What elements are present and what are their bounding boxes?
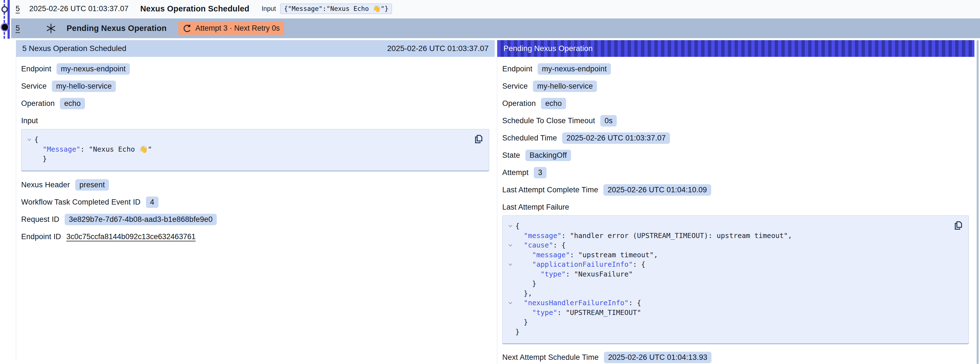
event-title: Nexus Operation Scheduled	[140, 4, 249, 13]
code-line: {	[505, 221, 963, 231]
pending-asterisk-icon	[46, 23, 56, 34]
field-value-chip: 2025-02-26 UTC 01:04:13.93	[604, 352, 711, 363]
code-line: {	[24, 135, 483, 145]
field-scheduled-time: Scheduled Time2025-02-26 UTC 01:03:37.07	[502, 132, 969, 144]
collapse-chevron-icon[interactable]	[505, 298, 515, 308]
code-text: "Message": "Nexus Echo 👋"	[34, 145, 152, 155]
field-service: Servicemy-hello-service	[21, 80, 489, 92]
field-label: Last Attempt Complete Time	[502, 186, 598, 194]
panel-header: 5 Nexus Operation Scheduled 2025-02-26 U…	[16, 40, 495, 57]
field-value-chip: echo	[60, 98, 85, 109]
field-nexus-header: Nexus Headerpresent	[21, 179, 489, 191]
code-line: "type": "UPSTREAM_TIMEOUT"	[505, 308, 963, 318]
code-text: }	[34, 154, 47, 164]
field-label: State	[502, 151, 520, 160]
field-value-chip: my-nexus-endpoint	[57, 63, 130, 75]
field-value-link[interactable]: 3c0c75ccfa8144b092c13ce632463761	[66, 232, 196, 241]
field-label: Request ID	[21, 215, 59, 224]
input-json-block: { "Message": "Nexus Echo 👋" }	[21, 129, 489, 171]
timeline-dashed-line	[4, 0, 5, 39]
event-id-link[interactable]: 5	[16, 5, 20, 13]
field-endpoint-id: Endpoint ID3c0c75ccfa8144b092c13ce632463…	[21, 231, 489, 243]
collapse-chevron-icon[interactable]	[505, 221, 515, 231]
code-line: "applicationFailureInfo": {	[505, 260, 963, 270]
field-value-chip: present	[75, 179, 109, 191]
code-text: "message": "upstream timeout",	[515, 250, 658, 260]
timeline-open-circle-icon	[2, 6, 8, 13]
code-gutter	[24, 145, 34, 155]
copy-button[interactable]	[473, 133, 484, 145]
vertical-scrollbar[interactable]	[977, 40, 978, 364]
field-label: Schedule To Close Timeout	[502, 117, 595, 125]
event-row-nexus-operation-scheduled[interactable]: 5 2025-02-26 UTC 01:03:37.07 Nexus Opera…	[11, 0, 980, 17]
code-text: {	[515, 221, 520, 231]
code-line: "nexusHandlerFailureInfo": {	[505, 298, 963, 308]
code-text: }	[515, 318, 528, 327]
collapse-chevron-icon[interactable]	[24, 135, 34, 145]
fields-bottom: Nexus HeaderpresentWorkflow Task Complet…	[21, 179, 489, 243]
failure-section-label: Last Attempt Failure	[502, 203, 969, 212]
event-row-pending-nexus-operation[interactable]: 5 Pending Nexus Operation Attempt 3 · Ne…	[11, 18, 980, 38]
field-value-chip: 4	[146, 196, 159, 208]
field-label: Endpoint ID	[21, 232, 61, 241]
code-text: "nexusHandlerFailureInfo": {	[515, 298, 641, 308]
field-label: Nexus Header	[21, 180, 70, 189]
field-label: Workflow Task Completed Event ID	[21, 198, 141, 206]
field-value-chip: 3e829b7e-7d67-4b08-aad3-b1e868bfe9e0	[65, 214, 217, 225]
panel-nexus-operation-scheduled: 5 Nexus Operation Scheduled 2025-02-26 U…	[16, 40, 495, 361]
field-request-id: Request ID3e829b7e-7d67-4b08-aad3-b1e868…	[21, 214, 489, 225]
code-line: }	[505, 327, 963, 337]
code-line: "Message": "Nexus Echo 👋"	[24, 145, 483, 155]
code-line: }	[505, 279, 963, 289]
code-gutter	[505, 318, 515, 327]
field-value-chip: BackingOff	[525, 150, 571, 161]
field-label: Scheduled Time	[502, 134, 557, 142]
code-text: "cause": {	[515, 241, 566, 250]
code-line: "message": "upstream timeout",	[505, 250, 963, 260]
collapse-chevron-icon[interactable]	[505, 260, 515, 270]
field-attempt: Attempt3	[502, 167, 969, 178]
field-label: Attempt	[502, 168, 528, 177]
code-line: "type": "NexusFailure"	[505, 270, 963, 279]
field-value-chip: 3	[534, 167, 546, 178]
field-value-chip: 0s	[600, 115, 617, 126]
field-value-chip: 2025-02-26 UTC 01:03:37.07	[562, 133, 670, 144]
event-title: Pending Nexus Operation	[67, 24, 167, 33]
code-text: "type": "UPSTREAM_TIMEOUT"	[515, 308, 641, 318]
code-text: {	[34, 135, 38, 145]
input-preview-chip[interactable]: {"Message":"Nexus Echo 👋"}	[280, 4, 392, 14]
panel-header-striped: Pending Nexus Operation	[497, 40, 974, 57]
code-text: }	[515, 279, 536, 289]
code-gutter	[505, 279, 515, 289]
code-line: }	[505, 318, 963, 327]
collapse-chevron-icon[interactable]	[505, 241, 515, 250]
field-service: Servicemy-hello-service	[502, 80, 969, 92]
code-line: "cause": {	[505, 241, 963, 250]
code-gutter	[505, 308, 515, 318]
copy-icon	[473, 134, 484, 145]
panel-title: Pending Nexus Operation	[503, 44, 593, 53]
field-label: Operation	[502, 99, 536, 108]
field-last-attempt-complete-time: Last Attempt Complete Time2025-02-26 UTC…	[502, 184, 969, 196]
field-value-chip: echo	[541, 98, 566, 109]
nexus-event-detail-screen: 5 2025-02-26 UTC 01:03:37.07 Nexus Opera…	[0, 0, 980, 364]
code-gutter	[505, 270, 515, 279]
field-label: Endpoint	[21, 65, 51, 73]
copy-button[interactable]	[953, 220, 964, 231]
failure-json-block: { "message": "handler error (UPSTREAM_TI…	[502, 216, 969, 344]
code-text: }	[515, 327, 520, 337]
code-text: "message": "handler error (UPSTREAM_TIME…	[515, 231, 792, 241]
field-next-attempt-schedule-time: Next Attempt Schedule Time2025-02-26 UTC…	[502, 351, 969, 363]
code-line: }	[24, 154, 483, 164]
event-timestamp: 2025-02-26 UTC 01:03:37.07	[29, 5, 129, 13]
field-label: Endpoint	[502, 65, 532, 73]
input-section-label: Input	[21, 117, 489, 125]
timeline-selected-dot-icon	[2, 24, 8, 30]
field-operation: Operationecho	[21, 97, 489, 109]
input-mini-label: Input	[262, 5, 276, 13]
code-gutter	[505, 231, 515, 241]
fields: Endpointmy-nexus-endpointServicemy-hello…	[502, 63, 969, 196]
event-id-link[interactable]: 5	[16, 24, 20, 33]
code-gutter	[505, 289, 515, 299]
field-value-chip: my-hello-service	[533, 81, 597, 92]
